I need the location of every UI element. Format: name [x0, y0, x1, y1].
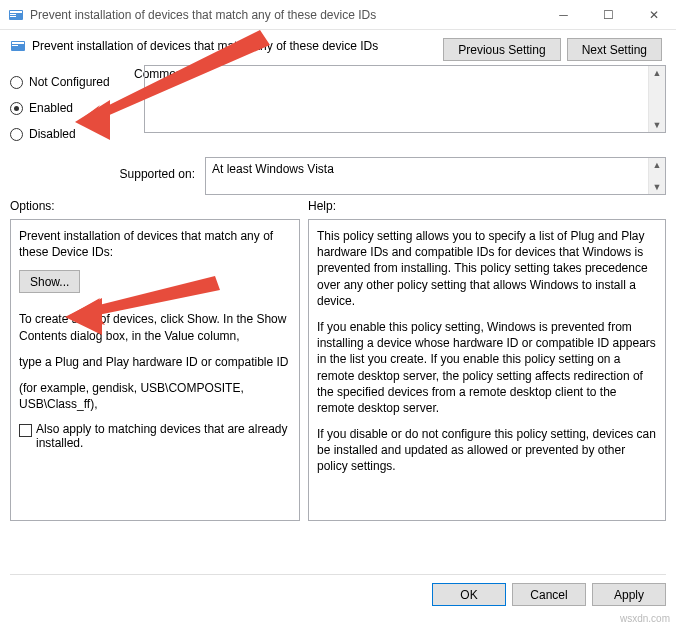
svg-rect-3: [10, 16, 16, 17]
options-panel: Prevent installation of devices that mat…: [10, 219, 300, 521]
radio-icon: [10, 128, 23, 141]
options-text: type a Plug and Play hardware ID or comp…: [19, 354, 291, 370]
annotation-arrow: [60, 10, 280, 140]
scrollbar[interactable]: ▲ ▼: [648, 158, 665, 194]
scroll-up-icon: ▲: [653, 158, 662, 172]
svg-rect-2: [10, 14, 16, 15]
supported-box: At least Windows Vista ▲ ▼: [205, 157, 666, 195]
also-apply-checkbox[interactable]: Also apply to matching devices that are …: [19, 422, 291, 450]
help-text: If you disable or do not configure this …: [317, 426, 657, 475]
minimize-button[interactable]: ─: [541, 0, 586, 29]
section-labels: Options: Help:: [0, 199, 676, 213]
watermark: wsxdn.com: [620, 613, 670, 624]
scrollbar[interactable]: ▲ ▼: [648, 66, 665, 132]
help-panel: This policy setting allows you to specif…: [308, 219, 666, 521]
help-text: This policy setting allows you to specif…: [317, 228, 657, 309]
svg-rect-5: [12, 42, 24, 44]
action-buttons: OK Cancel Apply: [10, 574, 666, 606]
next-setting-button[interactable]: Next Setting: [567, 38, 662, 61]
options-text: (for example, gendisk, USB\COMPOSITE, US…: [19, 380, 291, 412]
svg-marker-8: [75, 100, 110, 140]
help-text: If you enable this policy setting, Windo…: [317, 319, 657, 416]
supported-label: Supported on:: [120, 167, 195, 181]
radio-icon: [10, 102, 23, 115]
close-button[interactable]: ✕: [631, 0, 676, 29]
scroll-up-icon: ▲: [653, 66, 662, 80]
svg-rect-1: [10, 11, 22, 13]
svg-rect-6: [12, 45, 18, 46]
scroll-down-icon: ▼: [653, 118, 662, 132]
policy-icon: [10, 38, 26, 54]
checkbox-label: Also apply to matching devices that are …: [36, 422, 291, 450]
previous-setting-button[interactable]: Previous Setting: [443, 38, 560, 61]
maximize-button[interactable]: ☐: [586, 0, 631, 29]
svg-marker-10: [65, 298, 102, 335]
policy-icon: [8, 7, 24, 23]
scroll-down-icon: ▼: [653, 180, 662, 194]
panels: Prevent installation of devices that mat…: [0, 213, 676, 521]
supported-row: Supported on: At least Windows Vista ▲ ▼: [0, 153, 676, 195]
help-label: Help:: [308, 199, 336, 213]
radio-icon: [10, 76, 23, 89]
checkbox-icon: [19, 424, 32, 437]
ok-button[interactable]: OK: [432, 583, 506, 606]
cancel-button[interactable]: Cancel: [512, 583, 586, 606]
options-label: Options:: [10, 199, 55, 213]
apply-button[interactable]: Apply: [592, 583, 666, 606]
supported-value: At least Windows Vista: [212, 162, 334, 176]
annotation-arrow: [60, 270, 230, 350]
options-text: Prevent installation of devices that mat…: [19, 228, 291, 260]
